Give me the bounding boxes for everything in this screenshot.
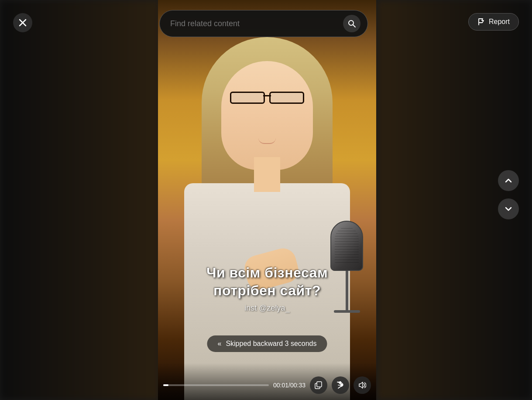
video-controls: 00:01/00:33: [158, 363, 376, 400]
time-display: 00:01/00:33: [273, 382, 305, 389]
chevron-up-icon: [504, 176, 513, 185]
share-button[interactable]: [332, 376, 349, 394]
subtitle-handle: inst @zelya_: [167, 304, 367, 313]
time-current: 00:01: [273, 382, 288, 389]
nav-up-button[interactable]: [498, 170, 519, 191]
bg-blur-left: [0, 0, 159, 400]
skip-icon: «: [217, 340, 221, 348]
copy-button[interactable]: [310, 376, 327, 394]
skip-notification: « Skipped backward 3 seconds: [207, 335, 327, 352]
search-bar: [159, 10, 368, 37]
chevron-down-icon: [504, 205, 513, 213]
neck: [254, 157, 280, 192]
nav-down-button[interactable]: [498, 198, 519, 219]
subtitle-line1: Чи всім бізнесам: [167, 264, 367, 282]
progress-fill: [163, 384, 168, 386]
glasses-right: [269, 92, 304, 104]
face: [221, 61, 313, 170]
glasses-bridge: [263, 95, 271, 96]
flag-icon: [477, 18, 485, 26]
controls-row: 00:01/00:33: [163, 376, 371, 394]
subtitle-line2: потрібен сайт?: [167, 282, 367, 300]
search-button[interactable]: [343, 15, 360, 32]
time-total: 00:33: [290, 382, 305, 389]
subtitle-container: Чи всім бізнесам потрібен сайт? inst @ze…: [158, 264, 376, 313]
search-input[interactable]: [170, 19, 343, 28]
progress-track[interactable]: [163, 384, 269, 386]
volume-button[interactable]: [354, 376, 371, 394]
report-button[interactable]: Report: [468, 13, 519, 31]
video-player[interactable]: Чи всім бізнесам потрібен сайт? inst @ze…: [158, 0, 376, 400]
close-button[interactable]: [13, 13, 32, 32]
svg-rect-5: [317, 382, 322, 387]
skip-text: Skipped backward 3 seconds: [226, 340, 316, 348]
report-label: Report: [489, 18, 510, 26]
svg-line-3: [353, 25, 356, 27]
glasses-left: [230, 92, 265, 104]
mouth: [258, 138, 276, 144]
